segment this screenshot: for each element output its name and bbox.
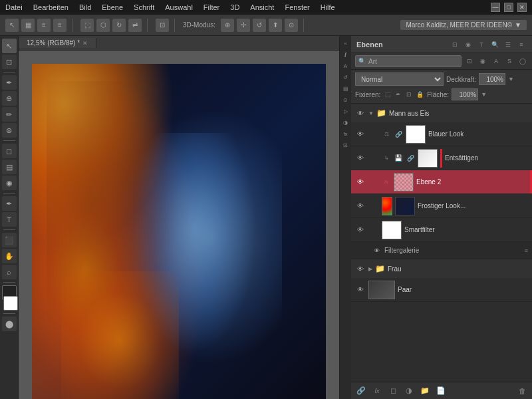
panel-icon-history[interactable]: ↺: [341, 72, 350, 82]
ruler-icon[interactable]: ⊡: [156, 19, 169, 32]
align-left-icon[interactable]: ≡: [37, 19, 51, 32]
layer-type-icon[interactable]: T: [476, 39, 487, 50]
quick-mask-tool[interactable]: ⬤: [2, 317, 17, 331]
lock-artboard-icon[interactable]: ⊡: [404, 90, 414, 99]
layer-item-frostiger[interactable]: 👁 Frostiger Look...: [351, 194, 532, 218]
new-group-button[interactable]: 📁: [419, 385, 431, 397]
align-center-icon[interactable]: ≡: [53, 19, 66, 32]
menu-datei[interactable]: Datei: [5, 3, 23, 11]
crop-tool[interactable]: ⊡: [2, 55, 17, 69]
profile-selector[interactable]: Marco Kalditz, MEER DER IDEEN© ▼: [400, 20, 527, 30]
fill-input[interactable]: [452, 88, 478, 100]
delete-layer-button[interactable]: 🗑: [516, 385, 528, 397]
layer-eye-filter[interactable]: 👁: [371, 245, 382, 256]
layer-item-smartfilter[interactable]: 👁 Smartfilter: [351, 218, 532, 242]
menu-bild[interactable]: Bild: [79, 3, 91, 11]
menu-3d[interactable]: 3D: [230, 3, 239, 11]
layer-search-color-icon[interactable]: A: [491, 56, 501, 66]
layer-item-ebene2[interactable]: 👁 fx Ebene 2: [351, 170, 532, 194]
minimize-button[interactable]: —: [491, 3, 500, 12]
layers-panel-expand-icon[interactable]: ≡: [516, 39, 527, 50]
layer-eye-paar[interactable]: 👁: [355, 285, 366, 295]
panel-icon-misc[interactable]: ⊡: [341, 140, 350, 150]
panel-icon-layers[interactable]: ▤: [341, 84, 350, 93]
flip-icon[interactable]: ⇌: [128, 19, 142, 32]
layer-search-field[interactable]: 🔍 Art: [355, 55, 462, 67]
adjustment-button[interactable]: ◑: [403, 385, 415, 397]
layer-group-mann-aus-eis[interactable]: 👁 ▼ 📁 Mann aus Eis: [351, 104, 532, 122]
layer-eye-entsaettigen[interactable]: 👁: [355, 153, 366, 164]
zoom-tool[interactable]: ⌕: [2, 265, 17, 279]
lock-all-icon[interactable]: 🔒: [415, 90, 424, 99]
layer-eye-blauer[interactable]: 👁: [355, 129, 366, 140]
clone-tool[interactable]: ⊛: [2, 123, 17, 138]
blur-tool[interactable]: ◉: [2, 176, 17, 190]
lock-pixel-icon[interactable]: ⬚: [383, 90, 392, 99]
layer-group-frau[interactable]: 👁 ▶ 📁 Frau: [351, 259, 532, 278]
text-tool[interactable]: T: [2, 212, 17, 227]
shape-tool[interactable]: ⬛: [2, 233, 17, 247]
layer-menu-icon[interactable]: ☰: [503, 39, 513, 50]
layers-list[interactable]: 👁 ▼ 📁 Mann aus Eis 👁 ⚖ 🔗 Blauer Look �: [351, 104, 532, 382]
collapse-panels-icon[interactable]: «: [341, 39, 350, 48]
layer-eye-ebene2[interactable]: 👁: [355, 177, 366, 188]
layer-visibility-icon[interactable]: ◉: [463, 39, 473, 50]
3d-orbit-icon[interactable]: ⊕: [221, 19, 234, 32]
move-tool-icon[interactable]: ↖: [5, 19, 19, 32]
opacity-arrow-icon[interactable]: ▼: [508, 76, 514, 82]
layer-item-entsaettigen[interactable]: 👁 ↳ 💾 🔗 Entsättigen: [351, 146, 532, 170]
filter-options-icon[interactable]: ≡: [525, 247, 528, 254]
layer-search-smart-icon[interactable]: S: [504, 56, 515, 66]
menu-schrift[interactable]: Schrift: [134, 3, 154, 11]
canvas-tab-close-icon[interactable]: ✕: [82, 40, 88, 47]
layer-eye-frostiger[interactable]: 👁: [355, 201, 366, 211]
blend-mode-select[interactable]: Normal: [355, 72, 444, 86]
new-layer-button[interactable]: 📄: [435, 385, 447, 397]
maximize-button[interactable]: □: [504, 3, 513, 12]
3d-zoom-icon[interactable]: ⊙: [285, 19, 298, 32]
layer-eye-frau[interactable]: 👁: [355, 263, 366, 274]
panel-icon-fx[interactable]: fx: [341, 129, 350, 138]
layer-search-icon[interactable]: 🔍: [489, 39, 500, 50]
healing-tool[interactable]: ⊕: [2, 91, 17, 106]
canvas-scroll-area[interactable]: [19, 51, 339, 399]
fill-arrow-icon[interactable]: ▼: [481, 91, 487, 98]
bg-color[interactable]: [3, 296, 18, 311]
opacity-input[interactable]: 100%: [479, 73, 505, 85]
menu-ebene[interactable]: Ebene: [102, 3, 123, 11]
3d-roll-icon[interactable]: ↺: [253, 19, 266, 32]
warp-icon[interactable]: ⬡: [96, 19, 110, 32]
lock-position-icon[interactable]: ✒: [394, 90, 403, 99]
group-chevron-mann[interactable]: ▼: [368, 110, 374, 116]
layer-fx-button[interactable]: fx: [371, 385, 383, 397]
eraser-tool[interactable]: ◻: [2, 144, 17, 158]
pen-tool[interactable]: ✒: [2, 196, 17, 211]
group-chevron-frau[interactable]: ▶: [368, 266, 372, 272]
panel-icon-adjustments[interactable]: ◑: [341, 118, 350, 127]
panel-icon-channels[interactable]: ⊙: [341, 95, 350, 104]
gradient-tool[interactable]: ▤: [2, 160, 17, 174]
menu-ansicht[interactable]: Ansicht: [250, 3, 274, 11]
layer-search-toggle-icon[interactable]: ◯: [517, 56, 528, 66]
3d-walk-icon[interactable]: ⬆: [269, 19, 282, 32]
link-layers-button[interactable]: 🔗: [355, 385, 367, 397]
rotate-icon[interactable]: ↻: [112, 19, 126, 32]
menu-filter[interactable]: Filter: [203, 3, 219, 11]
grid-icon[interactable]: ▦: [21, 19, 35, 32]
brush-tool[interactable]: ✏: [2, 107, 17, 122]
layer-eye-mann[interactable]: 👁: [355, 108, 366, 118]
menu-auswahl[interactable]: Auswahl: [165, 3, 193, 11]
layer-item-filtergalerie[interactable]: 👁 Filtergalerie ≡: [351, 242, 532, 259]
selection-tool[interactable]: ↖: [2, 39, 17, 53]
menu-hilfe[interactable]: Hilfe: [321, 3, 335, 11]
3d-pan-icon[interactable]: ✢: [237, 19, 250, 32]
menu-bearbeiten[interactable]: Bearbeiten: [33, 3, 68, 11]
add-mask-button[interactable]: ◻: [387, 385, 399, 397]
canvas-tab-active[interactable]: 12,5% (RGB/8#) * ✕: [19, 38, 96, 48]
layer-filter-icon[interactable]: ⊡: [450, 39, 460, 50]
layer-eye-smart[interactable]: 👁: [355, 225, 366, 235]
transform-icon[interactable]: ⬚: [80, 19, 94, 32]
layer-search-type-icon[interactable]: ⊡: [464, 56, 475, 66]
panel-icon-color[interactable]: A: [341, 61, 350, 70]
layer-search-attr-icon[interactable]: ◉: [477, 56, 488, 66]
